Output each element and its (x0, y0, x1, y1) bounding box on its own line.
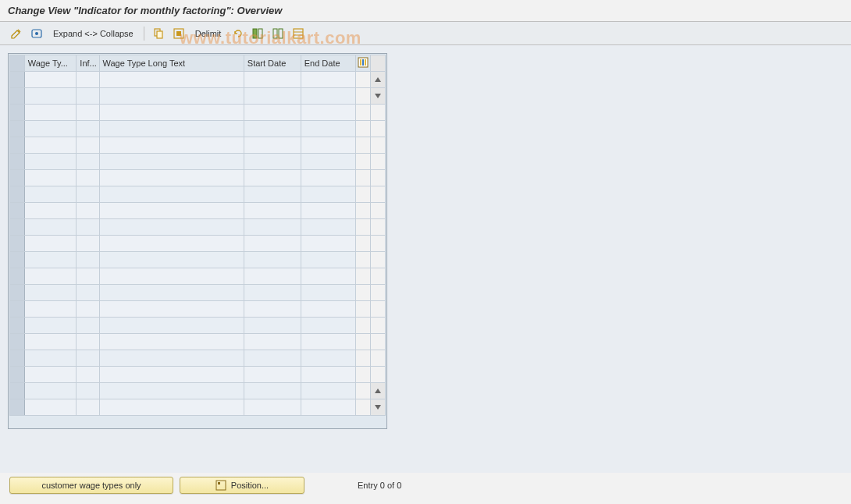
scroll-track[interactable] (371, 219, 386, 236)
cell[interactable] (301, 203, 356, 219)
cell[interactable] (77, 105, 99, 121)
cell[interactable] (301, 334, 356, 350)
cell[interactable] (24, 219, 77, 236)
row-select[interactable] (10, 72, 25, 88)
cell[interactable] (99, 170, 244, 186)
cell[interactable] (24, 203, 77, 219)
scroll-up-button-bottom[interactable] (371, 383, 386, 399)
cell[interactable] (99, 367, 244, 383)
col-end-date[interactable]: End Date (301, 55, 356, 72)
cell[interactable] (77, 154, 99, 170)
row-select[interactable] (10, 318, 25, 334)
cell[interactable] (77, 383, 99, 399)
select-block-icon[interactable] (249, 25, 266, 42)
row-select[interactable] (10, 268, 25, 285)
cell[interactable] (99, 268, 244, 285)
scroll-track[interactable] (371, 105, 386, 121)
customer-wage-types-button[interactable]: customer wage types only (9, 477, 173, 494)
cell[interactable] (24, 285, 77, 301)
col-wage-type[interactable]: Wage Ty... (24, 55, 77, 72)
position-button[interactable]: Position... (180, 477, 304, 494)
cell[interactable] (24, 367, 77, 383)
cell[interactable] (244, 88, 301, 105)
cell[interactable] (77, 219, 99, 236)
scroll-track[interactable] (371, 203, 386, 219)
row-select[interactable] (10, 285, 25, 301)
cell[interactable] (77, 186, 99, 203)
row-select[interactable] (10, 88, 25, 105)
row-select[interactable] (10, 367, 25, 383)
cell[interactable] (244, 219, 301, 236)
cell[interactable] (301, 186, 356, 203)
cell[interactable] (99, 154, 244, 170)
cell[interactable] (301, 154, 356, 170)
cell[interactable] (77, 350, 99, 367)
col-long-text[interactable]: Wage Type Long Text (99, 55, 244, 72)
row-select[interactable] (10, 154, 25, 170)
cell[interactable] (244, 367, 301, 383)
cell[interactable] (24, 301, 77, 318)
cell[interactable] (244, 186, 301, 203)
cell[interactable] (99, 72, 244, 88)
cell[interactable] (99, 252, 244, 268)
row-select[interactable] (10, 301, 25, 318)
cell[interactable] (24, 170, 77, 186)
scroll-up-button[interactable] (371, 72, 386, 88)
row-select[interactable] (10, 252, 25, 268)
cell[interactable] (24, 268, 77, 285)
cell[interactable] (244, 154, 301, 170)
cell[interactable] (24, 72, 77, 88)
cell[interactable] (24, 383, 77, 399)
cell[interactable] (99, 285, 244, 301)
cell[interactable] (99, 399, 244, 416)
cell[interactable] (301, 121, 356, 137)
cell[interactable] (77, 72, 99, 88)
cell[interactable] (301, 318, 356, 334)
cell[interactable] (24, 105, 77, 121)
row-select[interactable] (10, 137, 25, 154)
scroll-track[interactable] (371, 350, 386, 367)
cell[interactable] (24, 154, 77, 170)
cell[interactable] (301, 88, 356, 105)
scroll-track[interactable] (371, 121, 386, 137)
cell[interactable] (77, 318, 99, 334)
cell[interactable] (301, 268, 356, 285)
cell[interactable] (244, 334, 301, 350)
row-select[interactable] (10, 334, 25, 350)
cell[interactable] (77, 137, 99, 154)
cell[interactable] (77, 170, 99, 186)
cell[interactable] (99, 105, 244, 121)
scroll-track[interactable] (371, 268, 386, 285)
cell[interactable] (301, 399, 356, 416)
scroll-track[interactable] (371, 252, 386, 268)
cell[interactable] (77, 88, 99, 105)
row-select[interactable] (10, 186, 25, 203)
cell[interactable] (99, 121, 244, 137)
cell[interactable] (99, 350, 244, 367)
row-select[interactable] (10, 170, 25, 186)
cell[interactable] (99, 137, 244, 154)
cell[interactable] (24, 186, 77, 203)
cell[interactable] (77, 252, 99, 268)
delimit-button[interactable]: Delimit (190, 25, 226, 42)
cell[interactable] (24, 318, 77, 334)
cell[interactable] (244, 121, 301, 137)
cell[interactable] (244, 268, 301, 285)
cell[interactable] (301, 137, 356, 154)
scroll-track[interactable] (371, 186, 386, 203)
cell[interactable] (244, 170, 301, 186)
cell[interactable] (77, 301, 99, 318)
table-settings-icon[interactable] (290, 25, 307, 42)
cell[interactable] (301, 350, 356, 367)
cell[interactable] (244, 137, 301, 154)
cell[interactable] (24, 334, 77, 350)
cell[interactable] (301, 236, 356, 252)
scroll-track[interactable] (371, 170, 386, 186)
copy-icon[interactable] (150, 25, 167, 42)
cell[interactable] (244, 350, 301, 367)
change-icon[interactable] (8, 25, 25, 42)
scroll-down-button[interactable] (371, 88, 386, 105)
cell[interactable] (244, 236, 301, 252)
cell[interactable] (244, 301, 301, 318)
cell[interactable] (301, 252, 356, 268)
